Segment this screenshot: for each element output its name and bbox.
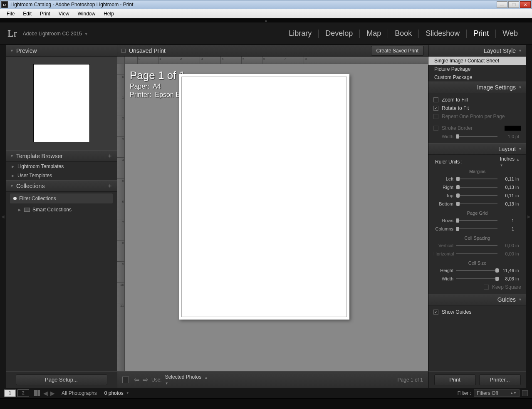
photo-count: 0 photos [104, 390, 124, 396]
filmstrip-body[interactable] [0, 399, 532, 409]
show-guides-checkbox[interactable]: ✓Show Guides [433, 308, 521, 316]
layout-style-header[interactable]: Layout Style▼ [428, 45, 526, 57]
preview-panel-header[interactable]: ▼ Preview [6, 45, 117, 57]
template-browser-header[interactable]: ▼ Template Browser ＋ [6, 150, 117, 162]
prev-page-icon[interactable]: ⇦ [134, 376, 139, 384]
right-panel: Layout Style▼ Single Image / Contact She… [428, 45, 526, 388]
preview-title: Preview [16, 47, 37, 54]
filter-dropdown[interactable]: Filters Off▲▼ [474, 389, 520, 397]
left-footer: Page Setup... [6, 371, 117, 388]
left-panel-collapse[interactable]: ◀ [0, 45, 6, 388]
source-dropdown-icon[interactable]: ▼ [126, 391, 129, 395]
cell-horizontal-slider: Horizontal0,00in [433, 250, 521, 258]
module-map[interactable]: Map [360, 29, 388, 38]
layout-style-custom-package[interactable]: Custom Package [428, 73, 526, 82]
margin-bottom-slider[interactable]: Bottom0,13in [433, 200, 521, 208]
soft-proof-toggle-icon[interactable] [121, 49, 126, 53]
templates-user[interactable]: ▶User Templates [6, 171, 117, 180]
add-template-icon[interactable]: ＋ [107, 152, 113, 160]
printer-button[interactable]: Printer... [479, 374, 521, 385]
paper-preview[interactable] [179, 74, 349, 320]
use-dropdown[interactable]: Selected Photos ▲▼ [165, 374, 208, 386]
margin-right-slider[interactable]: Right0,13in [433, 183, 521, 191]
center-toolbar: Unsaved Print Create Saved Print [117, 45, 428, 57]
templates-lightroom[interactable]: ▶Lightroom Templates [6, 162, 117, 171]
margins-subhead: Margins [433, 169, 521, 174]
module-picker: Library Develop Map Book Slideshow Print… [282, 29, 525, 38]
filter-label: Filter : [458, 390, 471, 396]
layout-header[interactable]: Layout▼ [428, 143, 526, 155]
ruler-units-dropdown[interactable]: Ruler Units : Inches▲▼ [433, 157, 521, 166]
menu-bar: File Edit Print View Window Help [0, 9, 532, 18]
filmstrip-toolbar: 1 2 ◀ ▶ All Photographs 0 photos ▼ Filte… [0, 388, 532, 399]
disclosure-triangle-icon: ▼ [10, 49, 14, 53]
filter-lock-icon[interactable] [522, 390, 528, 396]
print-canvas[interactable]: 012345678 01234567891011 Page 1 of 1 Pap… [117, 57, 428, 371]
close-button[interactable]: ✕ [520, 1, 531, 8]
stroke-color-swatch[interactable] [505, 126, 521, 131]
image-cell[interactable] [181, 77, 347, 317]
stroke-width-slider[interactable]: Width 1,0pt [433, 132, 521, 141]
layout-style-single[interactable]: Single Image / Contact Sheet [428, 57, 526, 65]
cell-spacing-subhead: Cell Spacing [433, 235, 521, 240]
main-display-toggle[interactable]: 1 [4, 389, 16, 397]
collections-title: Collections [16, 183, 45, 189]
identity-dropdown-icon[interactable]: ▼ [84, 32, 88, 36]
source-label[interactable]: All Photographs [62, 390, 97, 396]
module-develop[interactable]: Develop [319, 29, 359, 38]
page-grid-subhead: Page Grid [433, 211, 521, 216]
right-panel-collapse[interactable]: ▶ [526, 45, 532, 388]
menu-edit[interactable]: Edit [19, 10, 36, 18]
stroke-border-checkbox[interactable]: Stroke Border [433, 124, 521, 132]
preview-thumbnail[interactable] [33, 64, 90, 142]
layout-style-picture-package[interactable]: Picture Package [428, 65, 526, 73]
window-titlebar: Lr Lightroom Catalog - Adobe Photoshop L… [0, 0, 532, 9]
page-setup-button[interactable]: Page Setup... [16, 374, 107, 385]
menu-window[interactable]: Window [74, 10, 100, 18]
second-display-toggle[interactable]: 2 [17, 389, 29, 397]
nav-back-icon[interactable]: ◀ [43, 390, 48, 397]
margin-left-slider[interactable]: Left0,11in [433, 175, 521, 183]
menu-view[interactable]: View [54, 10, 74, 18]
product-name: Adobe Lightroom CC 2015▼ [23, 31, 88, 37]
zoom-to-fill-checkbox[interactable]: Zoom to Fill [433, 96, 521, 104]
window-title: Lightroom Catalog - Adobe Photoshop Ligh… [10, 2, 496, 7]
menu-print[interactable]: Print [36, 10, 54, 18]
filter-collections-input[interactable]: Filter Collections [10, 193, 113, 203]
module-print[interactable]: Print [467, 29, 495, 38]
menu-file[interactable]: File [2, 10, 19, 18]
margin-top-slider[interactable]: Top0,11in [433, 191, 521, 200]
module-book[interactable]: Book [388, 29, 418, 38]
image-settings-header[interactable]: Image Settings▼ [428, 82, 526, 93]
keep-square-checkbox[interactable]: Keep Square [433, 283, 521, 291]
cell-vertical-slider: Vertical0,00in [433, 241, 521, 250]
columns-slider[interactable]: Columns1 [433, 225, 521, 233]
top-panel-collapse[interactable]: ▲ [0, 18, 532, 22]
print-button[interactable]: Print [434, 374, 476, 385]
disclosure-triangle-icon: ▼ [10, 154, 14, 158]
grid-view-icon[interactable] [34, 390, 40, 396]
module-slideshow[interactable]: Slideshow [419, 29, 466, 38]
maximize-button[interactable]: ❐ [508, 1, 519, 8]
select-all-checkbox[interactable] [122, 377, 129, 383]
add-collection-icon[interactable]: ＋ [107, 182, 113, 190]
module-library[interactable]: Library [282, 29, 318, 38]
nav-forward-icon[interactable]: ▶ [50, 390, 55, 397]
use-label: Use: [151, 377, 162, 383]
rows-slider[interactable]: Rows1 [433, 216, 521, 225]
create-saved-print-button[interactable]: Create Saved Print [371, 46, 424, 56]
next-page-icon[interactable]: ⇨ [143, 376, 148, 384]
identity-plate: Lr Adobe Lightroom CC 2015▼ Library Deve… [0, 22, 532, 45]
minimize-button[interactable]: — [497, 1, 507, 8]
module-web[interactable]: Web [496, 29, 525, 38]
unsaved-print-label: Unsaved Print [129, 47, 166, 54]
collections-header[interactable]: ▼ Collections ＋ [6, 180, 117, 192]
search-icon [13, 197, 17, 200]
guides-header[interactable]: Guides▼ [428, 294, 526, 305]
rotate-to-fit-checkbox[interactable]: ✓Rotate to Fit [433, 104, 521, 112]
repeat-one-checkbox[interactable]: Repeat One Photo per Page [433, 112, 521, 121]
smart-collections-item[interactable]: ▶ Smart Collections [6, 205, 117, 214]
cell-height-slider[interactable]: Height11,46in [433, 266, 521, 275]
menu-help[interactable]: Help [99, 10, 118, 18]
cell-width-slider[interactable]: Width8,03in [433, 275, 521, 283]
